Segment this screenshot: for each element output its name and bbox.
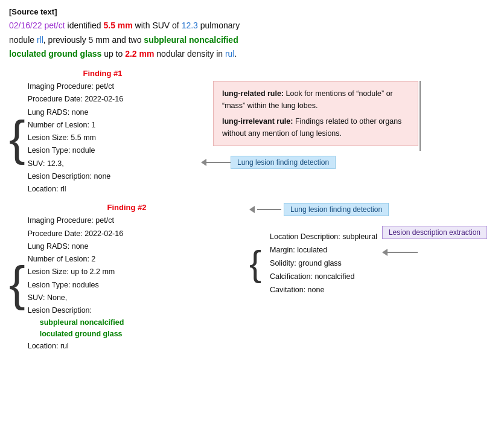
- source-rul: rul: [225, 49, 235, 59]
- source-date: 02/16/22 pet/ct: [9, 21, 65, 30]
- source-pulm: pulmonary: [198, 21, 240, 30]
- vline: [420, 81, 421, 151]
- f2-line-8: Location: rul: [28, 340, 124, 353]
- arrow-line-h2: [257, 209, 281, 210]
- rule-box: lung-related rule: Look for mentions of …: [213, 81, 418, 146]
- extraction-content: Location Description: subpleural Margin:…: [270, 231, 377, 296]
- f2-line-3: Number of Lesion: 2: [28, 253, 124, 266]
- finding1-right: lung-related rule: Look for mentions of …: [196, 69, 492, 169]
- ext-line-2: Solidity: ground glass: [270, 257, 377, 270]
- arrow-left-icon-2: [249, 206, 255, 213]
- finding2-section: Finding #2 { Imaging Procedure: pet/ct P…: [9, 203, 244, 353]
- ext-line-4: Cavitation: none: [270, 284, 377, 297]
- extraction-brace-content: { Location Description: subpleural Margi…: [249, 231, 377, 296]
- source-section: [Source text] 02/16/22 pet/ct identified…: [9, 6, 492, 62]
- source-size: 5.5 mm: [103, 21, 132, 30]
- rule2: lung-irrelevant rule: Findings related t…: [222, 115, 409, 139]
- lesion-extraction-badge: Lesion description extraction: [382, 226, 487, 239]
- f2-desc-label: Lesion Description:: [28, 306, 92, 315]
- rule2-label: lung-irrelevant rule:: [222, 117, 293, 126]
- f1-line-8: Location: rll: [28, 183, 123, 196]
- f1-line-7: Lesion Description: none: [28, 170, 123, 183]
- ext-line-3: Calcification: noncalcified: [270, 270, 377, 284]
- extraction-row: { Location Description: subpleural Margi…: [249, 225, 487, 296]
- ext-line-1: Margin: loculated: [270, 244, 377, 257]
- source-nodular: nodular density in: [154, 49, 225, 59]
- bottom-row: Finding #2 { Imaging Procedure: pet/ct P…: [9, 203, 492, 353]
- f1-line-5: Lesion Type: nodule: [28, 144, 123, 157]
- f1-line-0: Imaging Procedure: pet/ct: [28, 80, 123, 93]
- f1-line-4: Lesion Size: 5.5 mm: [28, 132, 123, 144]
- source-subpleural: subpleural noncalcified: [144, 35, 238, 45]
- finding2-brace-box: { Imaging Procedure: pet/ct Procedure Da…: [9, 214, 244, 353]
- rule1-label: lung-related rule:: [222, 89, 284, 98]
- source-label: [Source text]: [9, 6, 492, 19]
- finding2-brace: {: [9, 214, 25, 353]
- source-nodule: nodule: [9, 35, 37, 45]
- lung-lesion-badge-2-row: Lung lesion finding detection: [249, 203, 389, 216]
- source-suv-val: 12.3: [182, 21, 198, 30]
- ext-line-0: Location Description: subpleural: [270, 231, 377, 244]
- finding1-content: Imaging Procedure: pet/ct Procedure Date…: [28, 80, 123, 196]
- source-loculated: loculated ground glass: [9, 49, 101, 59]
- f2-line-0: Imaging Procedure: pet/ct: [28, 214, 124, 227]
- finding1-section: Finding #1 { Imaging Procedure: pet/ct P…: [9, 69, 196, 196]
- finding1-brace-box: { Imaging Procedure: pet/ct Procedure Da…: [9, 80, 196, 196]
- source-size2: 2.2 mm: [125, 49, 154, 59]
- source-period: .: [235, 49, 237, 59]
- finding2-title: Finding #2: [9, 203, 244, 212]
- f2-line-6: SUV: None,: [28, 292, 124, 304]
- f2-line-5: Lesion Type: nodules: [28, 279, 124, 292]
- arrow-line-h: [206, 162, 231, 163]
- f2-line-2: Lung RADS: none: [28, 240, 124, 253]
- f2-line-1: Procedure Date: 2022-02-16: [28, 228, 124, 240]
- source-rll: rll: [37, 35, 43, 45]
- f2-line-4: Lesion Size: up to 2.2 mm: [28, 266, 124, 278]
- f1-line-6: SUV: 12.3,: [28, 158, 123, 170]
- finding2-content: Imaging Procedure: pet/ct Procedure Date…: [28, 214, 124, 353]
- source-prev: , previously 5 mm and two: [43, 35, 144, 45]
- extraction-arrow-row: [382, 249, 418, 256]
- source-text: 02/16/22 pet/ct identified 5.5 mm with S…: [9, 19, 492, 62]
- top-row: Finding #1 { Imaging Procedure: pet/ct P…: [9, 69, 492, 196]
- extraction-badge-col: Lesion description extraction: [382, 225, 487, 256]
- source-identified: identified: [68, 21, 104, 30]
- f1-line-3: Number of Lesion: 1: [28, 119, 123, 132]
- f1-line-2: Lung RADS: none: [28, 106, 123, 119]
- extraction-brace: {: [249, 231, 261, 296]
- rule-right-vline: [420, 81, 421, 151]
- f1-line-1: Procedure Date: 2022-02-16: [28, 93, 123, 106]
- f2-desc-colored: subpleural noncalcifiedloculated ground …: [28, 317, 124, 340]
- finding1-title: Finding #1: [9, 69, 196, 78]
- finding1-arrow-badge: Lung lesion finding detection: [201, 156, 492, 169]
- lung-lesion-badge-2: Lung lesion finding detection: [284, 203, 389, 216]
- finding2-right: Lung lesion finding detection { Location…: [244, 203, 492, 296]
- arrow-left-icon-3: [382, 249, 388, 256]
- rule-box-wrapper: lung-related rule: Look for mentions of …: [201, 81, 492, 151]
- source-upto: up to: [101, 49, 125, 59]
- f2-line-7: Lesion Description: subpleural noncalcif…: [28, 304, 124, 340]
- rule1: lung-related rule: Look for mentions of …: [222, 88, 409, 112]
- lung-lesion-badge-1: Lung lesion finding detection: [231, 156, 336, 169]
- source-suv-text: with SUV of: [133, 21, 182, 30]
- arrow-line-h3: [388, 252, 418, 253]
- arrow-left-icon: [201, 159, 206, 166]
- finding1-brace: {: [9, 80, 25, 196]
- main-layout: Finding #1 { Imaging Procedure: pet/ct P…: [9, 69, 492, 353]
